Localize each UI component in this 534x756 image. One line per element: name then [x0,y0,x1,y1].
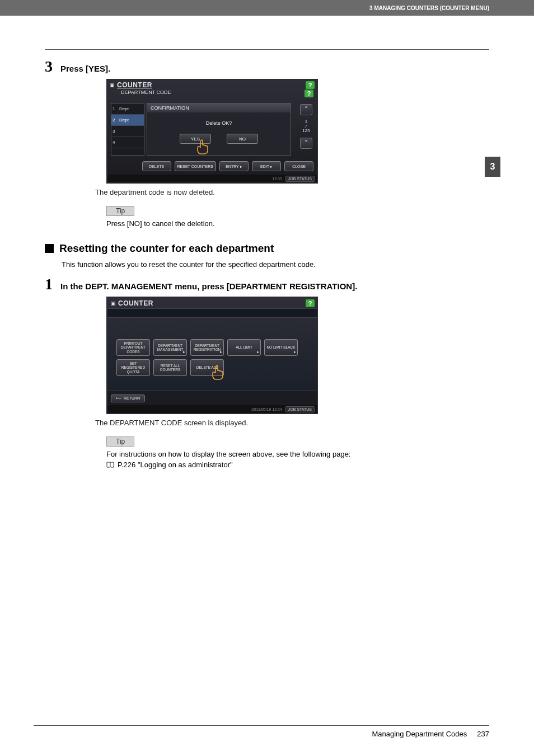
screen-title-row: ▣ COUNTER ? [107,298,317,309]
all-limit-button[interactable]: ALL LIMIT [227,339,261,356]
tip-label: Tip [106,436,134,447]
step-number: 3 [45,58,53,76]
set-registered-quota-button[interactable]: SET REGISTERED QUOTA [116,359,150,376]
return-row: ⟵ RETURN [107,391,317,405]
help-icon[interactable]: ? [305,90,313,97]
menu-row-1: PRINTOUT DEPARTMENT CODES DEPARTMENT MAN… [116,339,308,356]
counter-dept-code-dialog: ▣ COUNTER ? DEPARTMENT CODE ? 1Dept 2Dep… [106,79,318,184]
dialog-footer-buttons: DELETE RESET COUNTERS ENTRY EDIT CLOSE [107,159,317,175]
section-heading-row: Resetting the counter for each departmen… [45,242,489,255]
pointer-hand-icon [195,139,210,155]
department-list[interactable]: 1Dept 2Dept 3 4 [111,103,144,156]
counter-icon: ▣ [110,82,115,88]
screenshot-confirmation: ▣ COUNTER ? DEPARTMENT CODE ? 1Dept 2Dep… [106,79,489,184]
yes-no-row: YES NO [180,134,258,144]
delete-button[interactable]: DELETE [142,161,171,171]
section-heading: Resetting the counter for each departmen… [59,242,274,255]
counter-menu-screen: ▣ COUNTER ? PRINTOUT DEPARTMENT CODES DE… [106,297,318,414]
dialog-subtitle-row: DEPARTMENT CODE ? [107,89,317,97]
entry-button[interactable]: ENTRY [219,161,249,171]
job-status-button[interactable]: JOB STATUS [285,176,315,182]
confirmation-title: CONFIRMATION [147,104,291,112]
status-bar: 12:33 JOB STATUS [107,175,317,182]
tip-box: Tip [106,205,489,216]
reset-counters-button[interactable]: RESET COUNTERS [175,161,216,171]
dialog-body: 1Dept 2Dept 3 4 CONFIRMATION Delete OK? … [107,97,317,159]
counter-icon: ▣ [111,300,116,306]
step-3-heading: 3 Press [YES]. [45,58,489,76]
return-arrow-icon: ⟵ [116,396,121,401]
edit-button[interactable]: EDIT [252,161,281,171]
help-icon[interactable]: ? [306,81,315,89]
help-icon[interactable]: ? [306,299,315,307]
status-bar: 2011/05/19 12:24 JOB STATUS [107,405,317,413]
dialog-title: COUNTER [117,81,152,89]
tip-text: Press [NO] to cancel the deletion. [106,219,489,228]
square-bullet-icon [45,244,54,253]
pager: ˄ 1 ⁄ 125 ˅ [299,97,313,156]
step-result-text: The DEPARTMENT CODE screen is displayed. [95,419,489,427]
pointer-hand-icon [210,365,225,381]
page-footer: Managing Department Codes 237 [372,730,489,738]
tip-label: Tip [106,206,134,216]
dept-management-button[interactable]: DEPARTMENT MANAGEMENT [153,339,187,356]
step-result-text: The department code is now deleted. [95,188,489,196]
page-down-button[interactable]: ˅ [300,138,312,149]
step-1-heading: 1 In the DEPT. MANAGEMENT menu, press [D… [45,275,489,293]
page-header-bar: 3 MANAGING COUNTERS (COUNTER MENU) [0,0,534,16]
page-indicator: 1 ⁄ 125 [302,119,310,134]
tip-box: Tip [106,436,489,447]
list-item[interactable]: 3 [111,126,144,137]
reset-all-counters-button[interactable]: RESET ALL COUNTERS [153,359,187,376]
step-instruction: Press [YES]. [60,64,110,73]
printout-dept-codes-button[interactable]: PRINTOUT DEPARTMENT CODES [116,339,150,356]
confirmation-question: Delete OK? [206,120,232,126]
dialog-title-row: ▣ COUNTER ? [107,80,317,89]
menu-body: PRINTOUT DEPARTMENT CODES DEPARTMENT MAN… [107,318,317,391]
page-up-button[interactable]: ˄ [300,104,312,115]
footer-page-number: 237 [477,730,489,738]
return-button[interactable]: ⟵ RETURN [111,395,145,402]
list-item[interactable]: 4 [111,137,144,148]
confirmation-panel: CONFIRMATION Delete OK? YES NO [147,103,291,156]
list-item[interactable]: 1Dept [111,104,144,115]
screenshot-counter-menu: ▣ COUNTER ? PRINTOUT DEPARTMENT CODES DE… [106,297,489,414]
section-intro: This function allows you to reset the co… [62,260,489,269]
dialog-subtitle: DEPARTMENT CODE [121,90,171,95]
list-item[interactable]: 2Dept [111,115,144,126]
status-datetime: 2011/05/19 12:24 [251,407,282,411]
step-number: 1 [45,275,53,293]
no-button[interactable]: NO [227,134,258,144]
breadcrumb: 3 MANAGING COUNTERS (COUNTER MENU) [369,5,489,11]
confirmation-body: Delete OK? YES NO [147,112,291,155]
page-content: 3 Press [YES]. ▣ COUNTER ? DEPARTMENT CO… [0,16,534,491]
no-limit-black-button[interactable]: NO LIMIT BLACK [264,339,298,356]
book-icon [106,462,114,468]
dept-registration-button[interactable]: DEPARTMENT REGISTRATION [190,339,224,356]
screen-title: COUNTER [118,299,153,307]
footer-divider [34,725,489,726]
footer-section: Managing Department Codes [372,730,467,738]
screen-tab-bar [107,309,317,318]
tip-text: For instructions on how to display the s… [106,450,489,458]
close-button[interactable]: CLOSE [284,161,313,171]
step-instruction: In the DEPT. MANAGEMENT menu, press [DEP… [60,281,357,291]
status-time: 12:33 [272,177,282,181]
chapter-thumb-tab: 3 [485,157,500,177]
link-text: P.226 "Logging on as administrator" [118,461,233,469]
job-status-button[interactable]: JOB STATUS [285,406,315,412]
divider [45,49,489,50]
cross-reference-link[interactable]: P.226 "Logging on as administrator" [106,461,489,469]
